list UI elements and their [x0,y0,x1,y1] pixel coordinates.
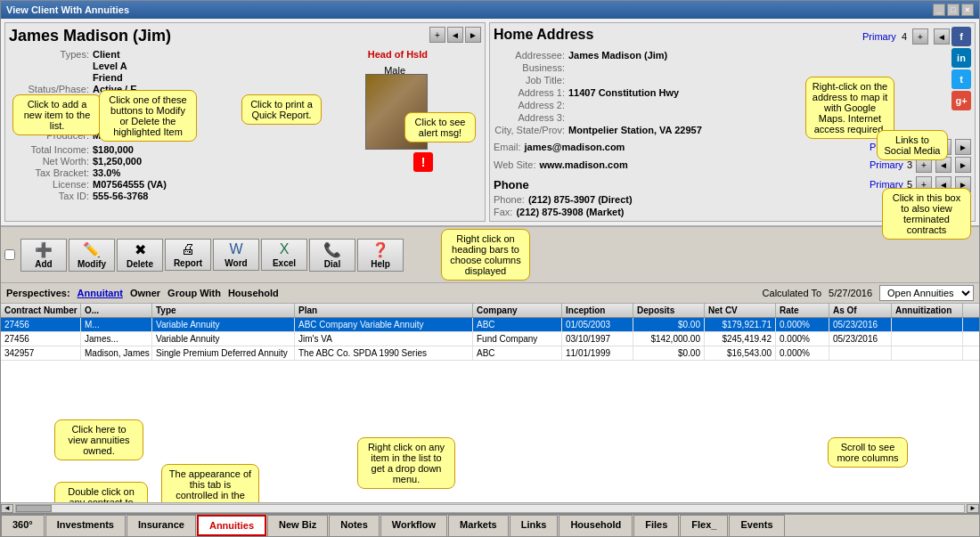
perspectives-checkbox[interactable] [4,249,15,260]
tax-id-label: Tax ID: [9,191,89,201]
head-label: Head of HsId [368,49,428,60]
th-asof[interactable]: As Of [829,304,892,317]
tab-files[interactable]: Files [633,515,679,536]
tab-events[interactable]: Events [729,515,784,536]
th-plan[interactable]: Plan [295,304,473,317]
report-icon: 🖨 [181,241,195,257]
website-primary: Primary [870,159,903,170]
th-inception[interactable]: Inception [562,304,633,317]
addressee-value: James Madison (Jim) [568,50,971,61]
th-company[interactable]: Company [473,304,562,317]
tab-insurance[interactable]: Insurance [127,515,196,536]
main-window: View Client With Annuities _ □ × + ◄ ► J… [0,0,980,537]
td-type-2: Variable Annuity [152,332,295,346]
owner-item[interactable]: Owner [130,288,160,298]
td-plan-1: ABC Company Variable Annuity [295,318,473,331]
callout-right-click-list: Right click on any item in the list to g… [357,437,455,489]
addressee-label: Addressee: [494,50,565,61]
nav-next-button[interactable]: ► [465,27,481,43]
linkedin-button[interactable]: in [951,48,971,68]
minimize-button[interactable]: _ [933,4,945,16]
td-inception-2: 03/10/1997 [562,332,633,346]
scroll-left-button[interactable]: ◄ [1,504,13,513]
tab-new-biz[interactable]: New Biz [267,515,328,536]
person-name: James Madison (Jim) [9,27,481,45]
twitter-button[interactable]: t [951,69,971,89]
household-item[interactable]: Household [228,288,279,298]
tab-household[interactable]: Household [559,515,633,536]
scroll-right-button[interactable]: ► [967,504,979,513]
table-row[interactable]: 27456 James... Variable Annuity Jim's VA… [1,332,979,346]
add-button[interactable]: ➕ Add [20,239,67,272]
tab-flex[interactable]: Flex_ [680,515,728,536]
help-button[interactable]: ❓ Help [357,239,404,272]
address-prev-button[interactable]: ◄ [934,28,950,45]
phone-section-title: Phone [494,178,529,191]
facebook-button[interactable]: f [951,27,971,46]
modify-button[interactable]: ✏️ Modify [69,239,115,272]
address-primary-badge: Primary [862,31,896,42]
callout-heading-cols: Right click on heading bars to choose co… [441,229,530,281]
th-rate[interactable]: Rate [776,304,829,317]
td-company-1: ABC [473,318,562,331]
scroll-thumb[interactable] [16,505,52,512]
tab-360[interactable]: 360° [1,515,45,536]
horizontal-scrollbar[interactable]: ◄ ► [1,502,979,513]
open-annuities-select[interactable]: Open Annuities [879,285,974,301]
financial-section: Total Income: $180,000 Net Worth: $1,250… [9,144,481,201]
excel-button[interactable]: X Excel [261,239,307,271]
email-next-btn[interactable]: ► [955,139,971,155]
dial-button[interactable]: 📞 Dial [309,239,355,272]
dial-icon: 📞 [323,241,341,258]
td-type-1: Variable Annuity [152,318,295,331]
report-button[interactable]: 🖨 Report [165,239,211,271]
th-type[interactable]: Type [152,304,295,317]
tab-notes[interactable]: Notes [329,515,380,536]
phone1-label: Phone: [494,194,525,205]
th-owner[interactable]: O... [81,304,152,317]
table-row[interactable]: 342957 Madison, James Single Premium Def… [1,346,979,361]
address3-label: Address 3: [494,112,565,123]
tab-markets[interactable]: Markets [448,515,509,536]
left-panel-buttons: + ◄ ► [429,27,481,43]
title-bar: View Client With Annuities _ □ × [1,1,979,19]
delete-button[interactable]: ✖ Delete [117,239,163,272]
alert-icon[interactable]: ! [413,152,433,172]
close-button[interactable]: × [961,4,974,16]
tab-annuities[interactable]: Annuities [197,515,266,536]
tab-workflow[interactable]: Workflow [380,515,447,536]
callout-view-annuities: Click here to view annuities owned. [54,419,143,460]
add-button-left[interactable]: + [429,27,445,43]
td-rate-2: 0.000% [776,332,829,346]
googleplus-button[interactable]: g+ [951,91,971,110]
td-contract-2: 27456 [1,332,81,346]
td-type-3: Single Premium Deferred Annuity [152,346,295,360]
th-contract[interactable]: Contract Number [1,304,81,317]
word-button[interactable]: W Word [213,239,259,271]
callout-appearance: The appearance of this tab is controlled… [161,464,259,503]
calc-label: Calculated To [763,288,821,298]
th-netcv[interactable]: Net CV [705,304,776,317]
top-section: + ◄ ► James Madison (Jim) Types: Client … [1,19,979,226]
friend-value: Friend [93,72,331,83]
contracts-table-area: Contract Number O... Type Plan Company I… [1,304,979,502]
address1-value: 11407 Constitution Hwy [568,87,971,98]
annuitant-link[interactable]: Annuitant [78,288,123,298]
th-annuitization[interactable]: Annuitization [892,304,963,317]
maximize-button[interactable]: □ [947,4,960,16]
main-toolbar: ➕ Add ✏️ Modify ✖ Delete 🖨 Report W Word… [1,226,979,283]
address2-label: Address 2: [494,100,565,110]
address-add-button[interactable]: + [912,28,928,45]
tab-links[interactable]: Links [510,515,559,536]
th-deposits[interactable]: Deposits [633,304,705,317]
nav-prev-button[interactable]: ◄ [447,27,463,43]
tab-investments[interactable]: Investments [45,515,126,536]
table-row[interactable]: 27456 M... Variable Annuity ABC Company … [1,318,979,332]
word-label: Word [225,258,247,268]
add-icon: ➕ [35,241,53,258]
website-next-btn[interactable]: ► [955,157,971,173]
td-contract-1: 27456 [1,318,81,331]
scroll-track[interactable] [15,504,965,513]
group-with-item[interactable]: Group With [167,288,221,298]
perspectives-bar: Perspectives: Annuitant Owner Group With… [1,283,979,304]
